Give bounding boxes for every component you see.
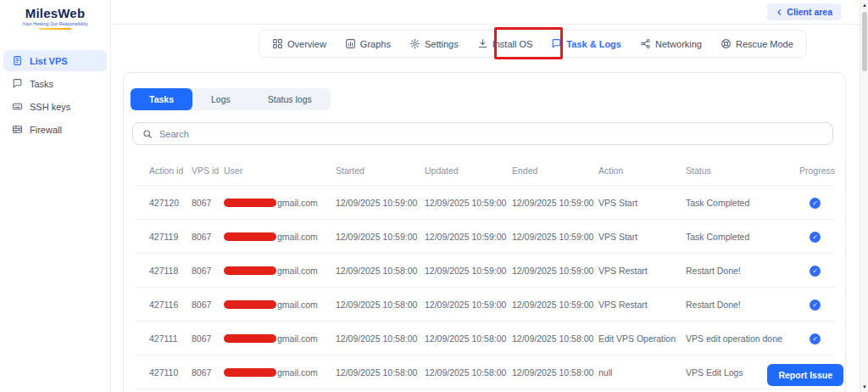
rescue-mode-icon [721, 38, 732, 49]
cell-action: null [598, 367, 686, 378]
cell-progress: ✓ [799, 299, 830, 311]
cell-updated: 12/09/2025 10:59:00 [425, 232, 512, 242]
overview-icon [272, 38, 283, 49]
cell-status: Restart Done! [686, 266, 799, 276]
cell-action-id: 427110 [149, 367, 192, 378]
sidebar-item-label: SSH keys [30, 102, 70, 112]
networking-icon [640, 38, 651, 49]
client-area-label: Client area [787, 7, 832, 17]
download-icon [477, 38, 488, 49]
redacted-email [224, 334, 276, 343]
search-icon [142, 129, 153, 139]
redacted-email [224, 368, 276, 377]
sidebar-item-label: Tasks [30, 79, 53, 89]
ssh-keys-icon [12, 101, 23, 112]
panel-tab-tasks[interactable]: Tasks [131, 88, 192, 110]
table-row: 427118 8067 gmail.com 12/09/2025 10:58:0… [134, 254, 835, 288]
cell-user: gmail.com [224, 367, 336, 378]
tab-rescue-mode[interactable]: Rescue Mode [711, 31, 803, 57]
tasks-table: Action id VPS id User Started Updated En… [134, 155, 835, 389]
cell-action: VPS Start [598, 198, 686, 208]
tab-task-and-logs[interactable]: Task & Logs [542, 31, 631, 57]
task-completed-icon: ✓ [810, 266, 821, 277]
cell-started: 12/09/2025 10:58:00 [336, 333, 425, 344]
redacted-email [224, 300, 276, 309]
cell-progress: ✓ [799, 333, 830, 344]
cell-ended: 12/09/2025 10:59:00 [512, 232, 598, 242]
panel-tabs: Tasks Logs Status logs [131, 88, 331, 110]
cell-vps-id: 8067 [192, 232, 224, 242]
tab-install-os[interactable]: Install OS [468, 31, 542, 57]
cell-ended: 12/09/2025 10:59:00 [512, 198, 598, 208]
cell-user: gmail.com [224, 300, 336, 310]
cell-ended: 12/09/2025 10:58:00 [512, 333, 598, 344]
cell-ended: 12/09/2025 10:58:00 [512, 367, 598, 378]
cell-progress: ✓ [799, 197, 830, 209]
cell-status: Task Completed [686, 232, 799, 242]
tab-label: Rescue Mode [736, 39, 793, 49]
redacted-email [224, 232, 276, 241]
tab-label: Install OS [492, 39, 533, 49]
cell-vps-id: 8067 [192, 198, 224, 208]
sidebar-item-tasks[interactable]: Tasks [3, 73, 107, 94]
cell-action-id: 427111 [149, 333, 192, 344]
cell-vps-id: 8067 [192, 300, 224, 310]
cell-action-id: 427116 [149, 300, 192, 310]
sidebar-item-label: List VPS [30, 56, 68, 66]
graphs-icon [345, 38, 356, 49]
tab-label: Overview [287, 39, 326, 49]
redacted-email [224, 266, 276, 275]
col-action-id: Action id [149, 165, 192, 176]
task-completed-icon: ✓ [810, 198, 821, 209]
search-input[interactable] [159, 129, 823, 139]
vps-nav-tabs: Overview Graphs Settings Install OS Task… [259, 30, 807, 58]
cell-started: 12/09/2025 10:58:00 [336, 266, 425, 276]
cell-action-id: 427118 [149, 266, 192, 276]
tab-graphs[interactable]: Graphs [336, 31, 400, 57]
tasks-icon [12, 78, 23, 89]
cell-action-id: 427119 [149, 232, 192, 242]
tab-networking[interactable]: Networking [631, 31, 711, 57]
col-user: User [224, 165, 336, 176]
logo-underline [39, 28, 71, 30]
firewall-icon [12, 124, 23, 135]
table-header: Action id VPS id User Started Updated En… [134, 155, 835, 186]
tab-settings[interactable]: Settings [400, 31, 468, 57]
client-area-button[interactable]: Client area [767, 3, 841, 20]
cell-started: 12/09/2025 10:58:00 [336, 367, 425, 378]
cell-vps-id: 8067 [192, 266, 224, 276]
tab-label: Networking [655, 39, 702, 49]
scrollbar-thumb[interactable] [862, 12, 867, 71]
milesweb-logo[interactable]: MilesWeb Your Hosting Our Responsibility [0, 0, 110, 35]
col-status: Status [686, 165, 799, 176]
cell-updated: 12/09/2025 10:58:00 [425, 333, 512, 344]
tasks-panel: Tasks Logs Status logs Action id VPS id … [123, 72, 846, 392]
panel-tab-logs[interactable]: Logs [192, 88, 249, 110]
sidebar-item-firewall[interactable]: Firewall [3, 119, 107, 140]
cell-started: 12/09/2025 10:59:00 [336, 198, 425, 208]
cell-user: gmail.com [224, 266, 336, 276]
cell-updated: 12/09/2025 10:59:00 [425, 266, 512, 276]
cell-ended: 12/09/2025 10:59:00 [512, 266, 598, 276]
sidebar-item-ssh-keys[interactable]: SSH keys [3, 96, 107, 117]
back-chevron-icon [776, 8, 783, 16]
report-issue-button[interactable]: Report Issue [767, 364, 843, 386]
table-row: 427119 8067 gmail.com 12/09/2025 10:59:0… [134, 220, 835, 254]
scroll-down-icon[interactable]: ▼ [860, 382, 868, 392]
col-progress: Progress [799, 165, 835, 176]
col-action: Action [598, 165, 686, 176]
col-ended: Ended [512, 165, 598, 176]
panel-tab-status-logs[interactable]: Status logs [249, 88, 331, 110]
tab-overview[interactable]: Overview [263, 31, 336, 57]
sidebar-item-list-vps[interactable]: List VPS [3, 50, 107, 71]
cell-action: VPS Restart [598, 266, 686, 276]
cell-action-id: 427120 [149, 198, 192, 208]
page-scrollbar[interactable]: ▲ ▼ [860, 0, 868, 392]
scroll-up-icon[interactable]: ▲ [860, 0, 868, 10]
top-bar: Client area [111, 0, 860, 25]
col-started: Started [336, 165, 425, 176]
cell-user: gmail.com [224, 198, 336, 208]
brand-name: MilesWeb [0, 6, 110, 20]
brand-tagline: Your Hosting Our Responsibility [0, 21, 110, 26]
task-completed-icon: ✓ [810, 232, 821, 243]
